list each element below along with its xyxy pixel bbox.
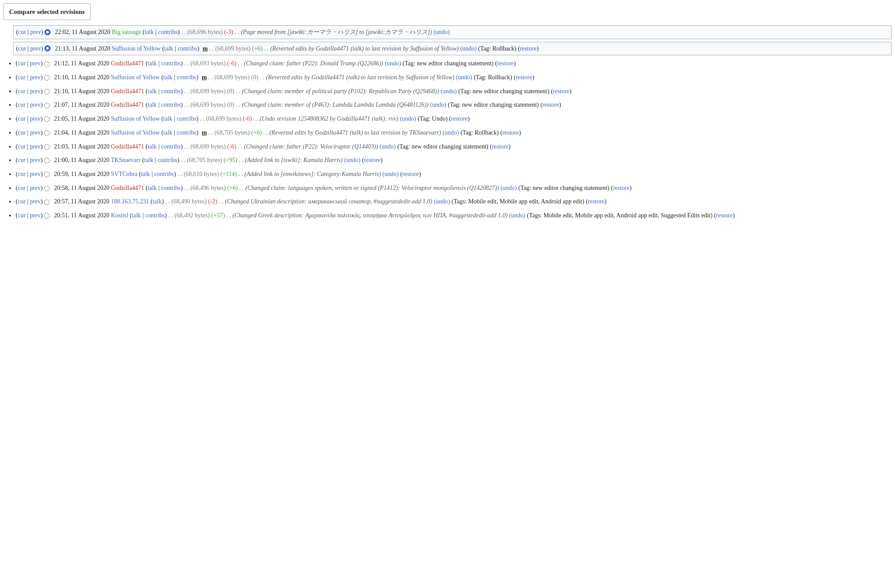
- cur-link-3[interactable]: cur: [18, 60, 26, 67]
- prev-link-3[interactable]: prev: [30, 60, 41, 67]
- radio-6[interactable]: [44, 103, 50, 108]
- contribs-link-2[interactable]: contribs: [178, 45, 197, 52]
- talk-link-2[interactable]: talk: [164, 45, 173, 52]
- cur-link-2[interactable]: cur: [18, 45, 26, 52]
- cur-link-7[interactable]: cur: [18, 115, 26, 122]
- timestamp-link-8[interactable]: 21:04, 11 August 2020: [54, 129, 109, 136]
- radio-5[interactable]: [44, 89, 50, 95]
- undo-link-6[interactable]: (undo): [430, 101, 446, 108]
- timestamp-link-10[interactable]: 21:00, 11 August 2020: [54, 157, 109, 163]
- prev-link-1[interactable]: prev: [30, 29, 41, 35]
- talk-link-5[interactable]: talk: [148, 88, 157, 95]
- radio-3[interactable]: [44, 61, 50, 67]
- user-link-2[interactable]: Suffusion of Yellow: [112, 45, 160, 52]
- cur-link-14[interactable]: cur: [18, 212, 26, 219]
- contribs-link-12[interactable]: contribs: [161, 185, 181, 191]
- undo-link-1[interactable]: (undo): [434, 29, 450, 35]
- contribs-link-10[interactable]: contribs: [158, 157, 177, 163]
- cur-link-11[interactable]: cur: [18, 171, 26, 177]
- undo-link-9[interactable]: (undo): [380, 143, 396, 150]
- restore-link-13[interactable]: restore: [588, 198, 604, 205]
- undo-link-3[interactable]: (undo): [385, 60, 401, 67]
- prev-link-6[interactable]: prev: [30, 101, 41, 108]
- undo-link-13[interactable]: (undo): [434, 198, 450, 205]
- radio-7[interactable]: [44, 116, 50, 122]
- timestamp-link-14[interactable]: 20:51, 11 August 2020: [54, 212, 109, 219]
- timestamp-link-5[interactable]: 21:10, 11 August 2020: [54, 88, 109, 95]
- talk-link-8[interactable]: talk: [163, 129, 173, 136]
- prev-link-9[interactable]: prev: [30, 143, 41, 150]
- radio-outer-1[interactable]: [44, 29, 51, 35]
- talk-link-10[interactable]: talk: [144, 157, 153, 163]
- user-link-10[interactable]: TKSnaevarr: [111, 157, 140, 163]
- restore-link-3[interactable]: restore: [497, 60, 514, 67]
- prev-link-11[interactable]: prev: [30, 171, 41, 177]
- contribs-link-8[interactable]: contribs: [177, 129, 197, 136]
- restore-link-8[interactable]: restore: [502, 129, 519, 136]
- radio-outer-2[interactable]: [44, 45, 51, 51]
- user-link-12[interactable]: Godzilla4471: [111, 185, 144, 191]
- cur-link-6[interactable]: cur: [18, 101, 26, 108]
- radio-13[interactable]: [44, 199, 50, 205]
- cur-link-8[interactable]: cur: [18, 129, 26, 136]
- user-link-6[interactable]: Godzilla4471: [111, 101, 144, 108]
- timestamp-link-4[interactable]: 21:10, 11 August 2020: [54, 74, 109, 81]
- undo-link-11[interactable]: (undo): [383, 171, 399, 177]
- prev-link-2[interactable]: prev: [30, 45, 41, 52]
- prev-link-7[interactable]: prev: [30, 115, 41, 122]
- undo-link-12[interactable]: (undo): [501, 185, 517, 191]
- cur-link-4[interactable]: cur: [18, 74, 26, 81]
- prev-link-12[interactable]: prev: [30, 185, 41, 191]
- talk-link-7[interactable]: talk: [163, 115, 173, 122]
- talk-link-11[interactable]: talk: [141, 171, 150, 177]
- undo-link-10[interactable]: (undo): [344, 157, 360, 163]
- user-link-3[interactable]: Godzilla4471: [111, 60, 144, 67]
- cur-link-9[interactable]: cur: [18, 143, 26, 150]
- prev-link-14[interactable]: prev: [30, 212, 41, 219]
- timestamp-link-2[interactable]: 21:13, 11 August 2020: [55, 45, 110, 52]
- contribs-link-1[interactable]: contribs: [158, 29, 178, 35]
- timestamp-link-9[interactable]: 21:03, 11 August 2020: [54, 143, 109, 150]
- restore-link-10[interactable]: restore: [364, 157, 380, 163]
- talk-link-4[interactable]: talk: [163, 74, 173, 81]
- radio-12[interactable]: [44, 186, 50, 191]
- timestamp-link-11[interactable]: 20:59, 11 August 2020: [54, 171, 109, 177]
- timestamp-link-12[interactable]: 20:58, 11 August 2020: [54, 185, 109, 191]
- cur-link-10[interactable]: cur: [18, 157, 26, 163]
- cur-link-12[interactable]: cur: [18, 185, 26, 191]
- contribs-link-4[interactable]: contribs: [177, 74, 197, 81]
- radio-11[interactable]: [44, 172, 50, 177]
- restore-link-5[interactable]: restore: [553, 88, 570, 95]
- timestamp-link-6[interactable]: 21:07, 11 August 2020: [54, 101, 109, 108]
- contribs-link-14[interactable]: contribs: [145, 212, 165, 219]
- radio-4[interactable]: [44, 75, 50, 81]
- cur-link-5[interactable]: cur: [18, 88, 26, 95]
- timestamp-link-13[interactable]: 20:57, 11 August 2020: [54, 198, 109, 205]
- restore-link-14[interactable]: restore: [716, 212, 732, 219]
- radio-9[interactable]: [44, 144, 50, 150]
- contribs-link-9[interactable]: contribs: [161, 143, 181, 150]
- cur-link-13[interactable]: cur: [18, 198, 26, 205]
- restore-link-2[interactable]: restore: [520, 45, 536, 52]
- cur-link-1[interactable]: cur: [18, 29, 26, 35]
- undo-link-14[interactable]: (undo): [509, 212, 525, 219]
- user-link-5[interactable]: Godzilla4471: [111, 88, 144, 95]
- undo-link-2[interactable]: (undo): [460, 45, 476, 52]
- prev-link-10[interactable]: prev: [30, 157, 41, 163]
- undo-link-4[interactable]: (undo): [456, 74, 472, 81]
- user-link-7[interactable]: Suffusion of Yellow: [111, 115, 159, 122]
- timestamp-link-3[interactable]: 21:12, 11 August 2020: [54, 60, 109, 67]
- user-link-14[interactable]: Kostisl: [111, 212, 128, 219]
- radio-10[interactable]: [44, 158, 50, 163]
- contribs-link-5[interactable]: contribs: [161, 88, 181, 95]
- prev-link-5[interactable]: prev: [30, 88, 41, 95]
- contribs-link-3[interactable]: contribs: [161, 60, 181, 67]
- timestamp-link-7[interactable]: 21:05, 11 August 2020: [54, 115, 109, 122]
- undo-link-5[interactable]: (undo): [441, 88, 457, 95]
- radio-8[interactable]: [44, 130, 50, 136]
- restore-link-9[interactable]: restore: [492, 143, 509, 150]
- talk-link-14[interactable]: talk: [132, 212, 141, 219]
- contribs-link-7[interactable]: contribs: [177, 115, 197, 122]
- restore-link-11[interactable]: restore: [402, 171, 419, 177]
- talk-link-6[interactable]: talk: [148, 101, 157, 108]
